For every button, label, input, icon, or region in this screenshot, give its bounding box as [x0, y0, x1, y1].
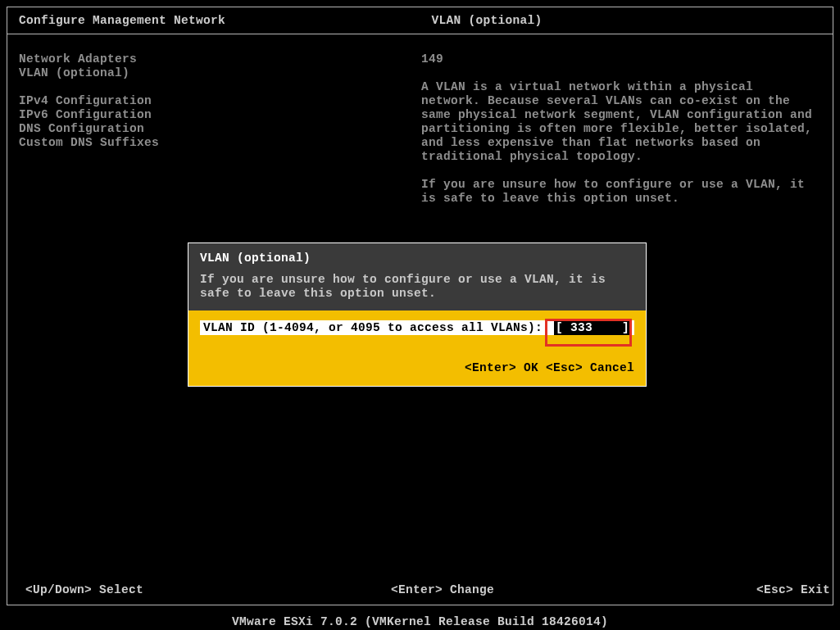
- detail-value: 149: [421, 52, 815, 66]
- detail-description-2: If you are unsure how to configure or us…: [421, 178, 815, 206]
- menu-item-vlan[interactable]: VLAN (optional): [19, 66, 421, 80]
- vlan-dialog: VLAN (optional) If you are unsure how to…: [188, 242, 647, 387]
- menu-item-dns[interactable]: DNS Configuration: [19, 122, 421, 136]
- detail-description: A VLAN is a virtual network within a phy…: [421, 80, 815, 164]
- nav-hint-updown: <Up/Down> Select: [25, 583, 391, 596]
- panel-body: Network Adapters VLAN (optional) IPv4 Co…: [7, 34, 833, 206]
- ok-button[interactable]: <Enter> OK: [465, 361, 546, 374]
- cancel-button[interactable]: <Esc> Cancel: [546, 361, 634, 374]
- panel-header: Configure Management Network VLAN (optio…: [7, 7, 833, 34]
- status-bar: VMware ESXi 7.0.2 (VMKernel Release Buil…: [0, 615, 840, 628]
- dialog-buttons: <Enter> OK <Esc> Cancel: [200, 361, 634, 374]
- menu-column: Network Adapters VLAN (optional) IPv4 Co…: [7, 52, 421, 206]
- esxi-dcui-screen: Configure Management Network VLAN (optio…: [0, 0, 840, 630]
- dialog-message: If you are unsure how to configure or us…: [200, 273, 636, 301]
- nav-hints: <Up/Down> Select <Enter> Change <Esc> Ex…: [25, 583, 837, 596]
- vlan-id-label: VLAN ID (1-4094, or 4095 to access all V…: [203, 320, 543, 335]
- menu-item-network-adapters[interactable]: Network Adapters: [19, 52, 421, 66]
- detail-column: 149 A VLAN is a virtual network within a…: [421, 52, 815, 206]
- header-right-title: VLAN (optional): [432, 14, 543, 27]
- dialog-title: VLAN (optional): [200, 252, 636, 265]
- menu-item-dns-suffixes[interactable]: Custom DNS Suffixes: [19, 136, 421, 150]
- nav-hint-esc: <Esc> Exit: [756, 583, 837, 596]
- nav-hint-enter: <Enter> Change: [391, 583, 756, 596]
- vlan-id-row: VLAN ID (1-4094, or 4095 to access all V…: [200, 320, 634, 335]
- menu-item-ipv6[interactable]: IPv6 Configuration: [19, 108, 421, 122]
- menu-item-ipv4[interactable]: IPv4 Configuration: [19, 94, 421, 108]
- vlan-id-input[interactable]: [ 333 ]: [554, 320, 631, 335]
- menu-gap: [19, 80, 421, 94]
- header-left-title: Configure Management Network: [7, 14, 432, 27]
- dialog-body: VLAN ID (1-4094, or 4095 to access all V…: [188, 310, 646, 386]
- dialog-header: VLAN (optional) If you are unsure how to…: [188, 243, 646, 310]
